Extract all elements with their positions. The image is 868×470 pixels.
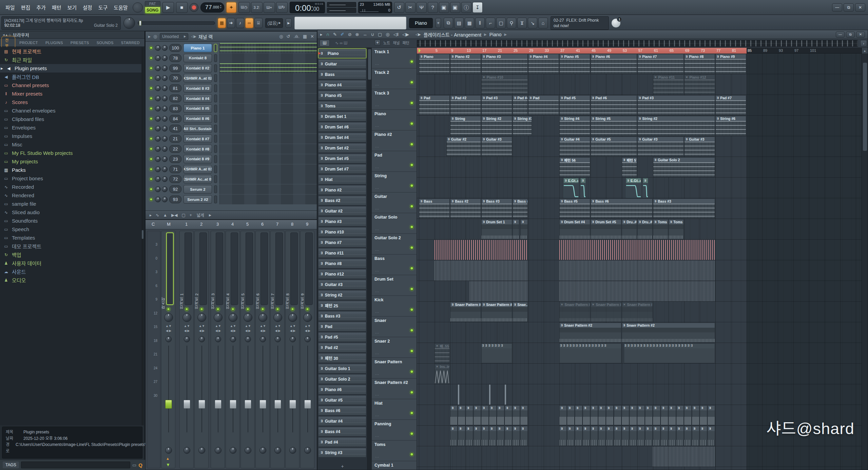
- master-up-arrow-icon[interactable]: ▲: [166, 456, 170, 461]
- clip-header[interactable]: ∃Bass #6: [591, 199, 652, 204]
- slip-icon[interactable]: ↔: [363, 32, 367, 37]
- playlist-clip[interactable]: ∃: [466, 426, 473, 446]
- pattern-item[interactable]: ∃Drum Set #2: [318, 143, 366, 153]
- audio-tab-icon[interactable]: ∿: [335, 41, 340, 45]
- channel-selector-pill[interactable]: [214, 155, 217, 163]
- playlist-clip[interactable]: ∃Dru..#6: [622, 219, 637, 239]
- clip-header[interactable]: ∃: [669, 406, 676, 410]
- pattern-item[interactable]: ∃Bass #2: [318, 196, 366, 205]
- playlist-clip[interactable]: ∃: [643, 178, 648, 198]
- playlist-clip[interactable]: ∃String #2: [481, 116, 512, 136]
- playlist-track-lane[interactable]: [417, 384, 862, 405]
- channel-volume-knob[interactable]: [162, 55, 168, 61]
- playlist-clip[interactable]: ∃: [622, 405, 629, 425]
- playlist-clip[interactable]: ∃: [692, 405, 699, 425]
- track-enable-led[interactable]: [410, 205, 413, 208]
- channel-button[interactable]: Kontakt 8 #3: [184, 84, 212, 93]
- clip-header[interactable]: ∃: [669, 426, 676, 431]
- track-enable-led[interactable]: [410, 329, 413, 332]
- clip-header[interactable]: ∃: [692, 406, 699, 410]
- clip-header[interactable]: ∃: [521, 220, 527, 224]
- pattern-item[interactable]: ∃Piano #6: [318, 385, 366, 394]
- pattern-item[interactable]: ∃Bass #4: [318, 427, 366, 436]
- panel-button-1[interactable]: ⧉: [444, 18, 453, 28]
- strip-bottom-led[interactable]: [261, 308, 264, 311]
- playlist-clip[interactable]: ∃: [520, 426, 528, 446]
- clip-header[interactable]: ∃String #2: [638, 116, 715, 121]
- playlist-clip[interactable]: ∃: [497, 405, 504, 425]
- mixer-strip-8[interactable]: 인서트 8▲▼◀ ▶: [285, 231, 300, 468]
- browser-item[interactable]: ↻백업: [0, 250, 142, 259]
- clip-header[interactable]: ∃: [474, 426, 481, 431]
- playlist-clip[interactable]: [489, 385, 490, 405]
- clip-header[interactable]: ✕Ins..ing: [435, 364, 449, 369]
- playlist-clip[interactable]: ∃: [708, 405, 715, 425]
- strip-bottom-knob[interactable]: [245, 447, 251, 454]
- track-options[interactable]: ...: [375, 247, 379, 251]
- clip-header[interactable]: ∃: [513, 406, 520, 410]
- clip-header[interactable]: ✕Snaer Pattern #4: [622, 302, 652, 307]
- clip-header[interactable]: ∃Piano #4: [528, 54, 559, 59]
- clip-header[interactable]: ∃패턴 56: [560, 158, 590, 162]
- channel-selector-pill[interactable]: [214, 145, 217, 153]
- strip-bottom-led[interactable]: [291, 308, 294, 311]
- browser-item[interactable]: ‖Mixer presets: [0, 89, 142, 98]
- browser-item[interactable]: ♪Scores: [0, 98, 142, 106]
- strip-stereo-knob[interactable]: [184, 336, 190, 342]
- clip-header[interactable]: ∃: [638, 406, 644, 410]
- countdown-button[interactable]: 3.2:: [251, 2, 263, 13]
- clip-header[interactable]: ∃: [684, 426, 691, 431]
- add-track-tab[interactable]: +: [374, 40, 381, 46]
- clip-header[interactable]: ∃: [513, 426, 520, 431]
- channel-button[interactable]: KSHMR A..at 03: [184, 165, 212, 173]
- pattern-item[interactable]: ∃Pad: [318, 322, 366, 331]
- hint-panel-knob[interactable]: [133, 2, 143, 13]
- playlist-clip[interactable]: ∃: [575, 405, 582, 425]
- clip-header[interactable]: ∃Guitar #3: [482, 137, 512, 142]
- clip-header[interactable]: ∃: [560, 426, 566, 431]
- clip-header[interactable]: ∃: [638, 426, 644, 431]
- playlist-clip[interactable]: ✕Snaer Pattern #4: [559, 302, 590, 322]
- clip-header[interactable]: ∃String #6: [716, 116, 746, 121]
- channel-volume-knob[interactable]: [162, 146, 168, 152]
- channel-preview[interactable]: [219, 195, 317, 204]
- pattern-item[interactable]: ∃Piano #4: [318, 80, 366, 90]
- channel-enable-led[interactable]: [150, 57, 153, 60]
- playlist-clip[interactable]: ∃: [708, 426, 715, 446]
- channel-target-number[interactable]: 70: [169, 74, 181, 82]
- save-icon[interactable]: ▣: [439, 2, 449, 13]
- clip-header[interactable]: ∃: [591, 426, 598, 431]
- clip-header[interactable]: ∃E.Gt..ume: [564, 178, 578, 183]
- rack-footer-icon-4[interactable]: ▶◀: [171, 213, 177, 218]
- clip-header[interactable]: ∃String: [450, 116, 481, 121]
- clip-header[interactable]: ∃Drum Set #5: [591, 220, 621, 224]
- channel-selector-pill[interactable]: [214, 54, 217, 62]
- playlist-clip[interactable]: ∃String #2: [637, 116, 715, 136]
- clip-header[interactable]: ∃Guitar #5: [591, 137, 637, 142]
- clip-header[interactable]: ✕Snaer Pattern #4: [560, 302, 590, 307]
- track-enable-led[interactable]: [410, 349, 413, 353]
- playlist-clip[interactable]: ∃Bass #4: [513, 199, 528, 219]
- channel-selector-pill[interactable]: [214, 165, 217, 173]
- track-options[interactable]: ...: [375, 371, 379, 375]
- clip-header[interactable]: ∃: [622, 406, 629, 410]
- panel-button-3[interactable]: ▦: [465, 18, 474, 28]
- clip-header[interactable]: ∃: [575, 406, 582, 410]
- playlist-clip[interactable]: ∃: [481, 426, 489, 446]
- content-tab-패턴[interactable]: 패턴: [403, 40, 409, 45]
- marker-display-1[interactable]: [327, 2, 356, 7]
- track-options[interactable]: ...: [375, 433, 379, 437]
- mixer-col-5[interactable]: 5: [246, 222, 249, 227]
- pattern-item[interactable]: ∃Piano #11: [318, 248, 366, 258]
- track-header[interactable]: Toms...: [372, 441, 417, 461]
- channel-button[interactable]: Serum 2: [184, 185, 212, 193]
- speaker-icon[interactable]: ◁▶: [402, 32, 409, 37]
- playlist-track-lane[interactable]: ∃Guitar #2∃Guitar #3∃Guitar #4∃Guitar #5…: [417, 136, 862, 157]
- rack-footer-arrow-icon[interactable]: ▶: [209, 213, 211, 217]
- channel-enable-led[interactable]: [150, 158, 153, 161]
- strip-bottom-led[interactable]: [200, 308, 203, 311]
- volume-fader[interactable]: [245, 400, 251, 409]
- browser-item[interactable]: ▤현재 프로젝트: [0, 47, 142, 56]
- browser-item[interactable]: ◀플러그인 DB: [0, 73, 142, 81]
- playlist-clip[interactable]: ∃: [591, 405, 598, 425]
